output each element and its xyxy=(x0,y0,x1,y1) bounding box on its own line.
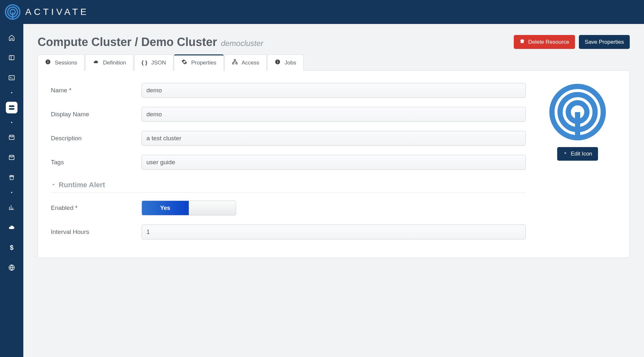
svg-rect-19 xyxy=(234,60,236,61)
nav-globe[interactable] xyxy=(6,262,17,273)
brand-logo-icon xyxy=(5,4,21,20)
row-name: Name * xyxy=(51,83,526,98)
nav-separator xyxy=(11,92,12,93)
cloud-icon xyxy=(93,59,99,66)
nav-terminal[interactable] xyxy=(6,72,17,84)
svg-rect-21 xyxy=(236,63,237,64)
tags-input[interactable] xyxy=(142,155,526,170)
runtime-alert-heading[interactable]: Runtime Alert xyxy=(51,179,526,193)
runtime-alert-title: Runtime Alert xyxy=(59,181,105,189)
svg-rect-8 xyxy=(9,105,15,107)
trash-icon xyxy=(520,39,525,45)
enabled-label: Enabled * xyxy=(51,204,142,212)
svg-rect-20 xyxy=(232,63,234,64)
tab-bar: Sessions Definition { } JSON Properties xyxy=(38,54,630,71)
tab-label: Access xyxy=(242,60,259,66)
brand-name: ACTIVATE xyxy=(25,7,89,17)
row-tags: Tags xyxy=(51,155,526,170)
tab-properties[interactable]: Properties xyxy=(174,54,224,71)
name-label: Name * xyxy=(51,87,142,94)
resource-icon xyxy=(548,83,607,141)
braces-icon: { } xyxy=(142,60,147,66)
form-area: Name * Display Name Description Tags xyxy=(51,83,526,239)
page-header: Compute Cluster / Demo Cluster democlust… xyxy=(38,35,630,49)
toggle-on-label: Yes xyxy=(142,201,189,215)
chevron-down-icon xyxy=(51,181,56,189)
row-interval: Interval Hours xyxy=(51,225,526,239)
interval-label: Interval Hours xyxy=(51,228,142,236)
svg-point-24 xyxy=(277,60,278,61)
network-icon xyxy=(232,59,238,66)
main-content: Compute Cluster / Demo Cluster democlust… xyxy=(23,24,644,357)
chevron-down-icon xyxy=(563,151,568,157)
save-label: Save Properties xyxy=(585,39,624,45)
resource-title: Demo Cluster xyxy=(141,35,217,49)
nav-chart[interactable] xyxy=(6,202,17,213)
tab-label: JSON xyxy=(151,60,166,66)
nav-home[interactable] xyxy=(6,32,17,43)
icon-column: Edit Icon xyxy=(539,83,616,239)
description-input[interactable] xyxy=(142,131,526,146)
enabled-toggle[interactable]: Yes xyxy=(142,201,236,215)
svg-rect-9 xyxy=(9,108,15,110)
info-icon xyxy=(275,59,281,66)
nav-archive[interactable] xyxy=(6,152,17,163)
tab-json[interactable]: { } JSON xyxy=(134,54,173,71)
breadcrumb-prefix: Compute Cluster / xyxy=(38,35,141,49)
page-title: Compute Cluster / Demo Cluster xyxy=(38,35,217,49)
tab-definition[interactable]: Definition xyxy=(85,54,133,71)
nav-separator xyxy=(11,192,12,193)
svg-rect-3 xyxy=(12,12,13,19)
topbar: ACTIVATE xyxy=(0,0,644,24)
page-title-group: Compute Cluster / Demo Cluster democlust… xyxy=(38,35,263,49)
nav-bucket[interactable] xyxy=(6,172,17,183)
nav-cloud[interactable] xyxy=(6,222,17,233)
save-properties-button[interactable]: Save Properties xyxy=(579,35,630,49)
info-icon xyxy=(45,59,51,66)
svg-rect-4 xyxy=(9,55,14,60)
delete-label: Delete Resource xyxy=(528,39,569,45)
tab-jobs[interactable]: Jobs xyxy=(267,54,304,71)
svg-rect-23 xyxy=(278,62,278,63)
tab-label: Properties xyxy=(191,60,216,66)
edit-icon-button[interactable]: Edit Icon xyxy=(557,147,598,161)
name-input[interactable] xyxy=(142,83,526,98)
svg-rect-6 xyxy=(9,75,15,80)
svg-point-18 xyxy=(48,60,48,61)
nav-panel[interactable] xyxy=(6,52,17,63)
row-enabled: Enabled * Yes xyxy=(51,201,526,215)
page-subtitle: democluster xyxy=(221,39,263,48)
nav-inbox[interactable] xyxy=(6,132,17,143)
interval-input[interactable] xyxy=(142,225,526,239)
tab-label: Jobs xyxy=(284,60,296,66)
display-name-label: Display Name xyxy=(51,111,142,118)
sidebar: $ xyxy=(0,24,23,357)
tab-label: Sessions xyxy=(55,60,77,66)
row-display-name: Display Name xyxy=(51,107,526,122)
header-actions: Delete Resource Save Properties xyxy=(514,35,630,49)
delete-resource-button[interactable]: Delete Resource xyxy=(514,35,575,49)
tab-sessions[interactable]: Sessions xyxy=(38,54,85,71)
nav-billing[interactable]: $ xyxy=(6,242,17,253)
display-name-input[interactable] xyxy=(142,107,526,122)
svg-rect-28 xyxy=(575,112,580,138)
brand: ACTIVATE xyxy=(5,4,89,20)
tags-label: Tags xyxy=(51,159,142,166)
tab-access[interactable]: Access xyxy=(224,54,267,71)
gear-icon xyxy=(181,59,187,66)
nav-separator xyxy=(11,122,12,123)
edit-icon-label: Edit Icon xyxy=(571,151,592,157)
properties-panel: Name * Display Name Description Tags xyxy=(38,70,630,258)
row-description: Description xyxy=(51,131,526,146)
nav-resources[interactable] xyxy=(6,102,17,113)
description-label: Description xyxy=(51,135,142,142)
tab-label: Definition xyxy=(103,60,126,66)
svg-rect-17 xyxy=(48,62,48,63)
